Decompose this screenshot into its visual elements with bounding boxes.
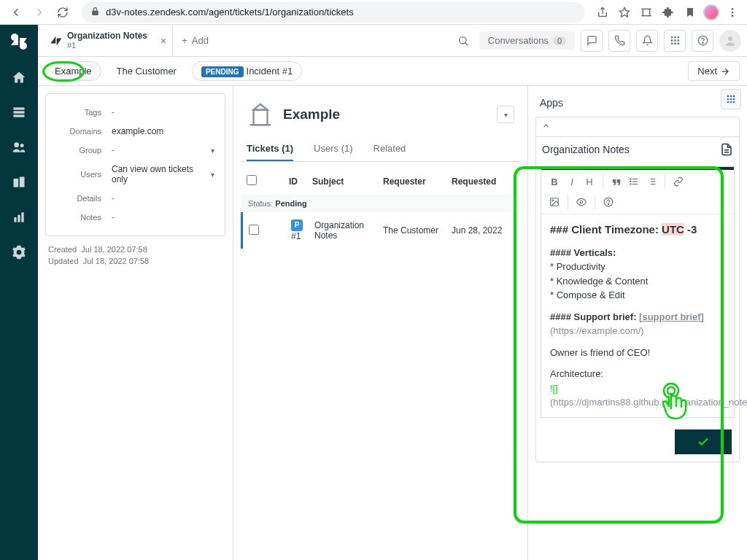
ul-button[interactable]: [627, 174, 641, 189]
svg-rect-26: [677, 36, 679, 39]
organizations-icon[interactable]: [10, 174, 28, 191]
conversations-label: Conversations: [488, 35, 549, 46]
row-id: #1: [291, 231, 301, 241]
heading-button[interactable]: H: [582, 174, 597, 189]
svg-rect-13: [14, 111, 25, 113]
collapse-button[interactable]: [536, 117, 739, 137]
row-subject: Organization Notes: [314, 220, 383, 241]
row-checkbox[interactable]: [249, 225, 259, 235]
col-requested[interactable]: Requested: [452, 176, 514, 187]
svg-rect-24: [670, 36, 673, 39]
table-header: ID Subject Requester Requested: [241, 168, 520, 195]
org-menu-button[interactable]: ▾: [497, 106, 514, 123]
group-label: Group: [56, 146, 101, 155]
details-label: Details: [56, 194, 101, 203]
help-icon[interactable]: [692, 30, 713, 52]
image-button[interactable]: [547, 195, 562, 209]
bookmark-tag-icon[interactable]: [681, 2, 699, 23]
bold-button[interactable]: B: [547, 174, 562, 189]
app-panel-title: Organization Notes: [542, 144, 630, 155]
svg-rect-66: [730, 98, 732, 100]
customers-icon[interactable]: [10, 139, 28, 156]
user-avatar[interactable]: [719, 30, 741, 52]
document-icon[interactable]: [720, 143, 733, 156]
star-icon[interactable]: [616, 2, 633, 23]
plus-icon: +: [182, 35, 187, 46]
tab-incident-label: Incident #1: [247, 66, 293, 77]
save-button[interactable]: [675, 429, 732, 454]
editor-help-button[interactable]: [601, 195, 616, 209]
extensions-icon[interactable]: [659, 2, 677, 23]
url-bar[interactable]: d3v-notes.zendesk.com/agent/tickets/1/or…: [82, 2, 585, 23]
chat-icon[interactable]: [581, 30, 603, 52]
views-icon[interactable]: [10, 104, 28, 121]
svg-rect-37: [254, 110, 268, 125]
quote-button[interactable]: [609, 174, 624, 189]
org-main-panel: Example ▾ Tickets (1) Users (1) Related …: [233, 86, 528, 560]
kebab-menu-icon[interactable]: [724, 2, 741, 23]
svg-marker-1: [619, 7, 629, 17]
apps-sidebar-toggle[interactable]: [721, 89, 741, 109]
tab-tickets[interactable]: Tickets (1): [247, 137, 293, 161]
table-row[interactable]: P#1 Organization Notes The Customer Jun …: [241, 212, 520, 249]
add-tab-button[interactable]: + Add: [172, 25, 217, 56]
editor-toolbar: B I H: [541, 167, 734, 214]
editor-content[interactable]: ### Client Timezone: UTC -3 #### Vertica…: [541, 214, 734, 417]
next-button[interactable]: Next: [688, 61, 740, 81]
next-label: Next: [697, 66, 717, 77]
search-icon[interactable]: [453, 31, 473, 51]
details-value[interactable]: -: [112, 193, 214, 203]
notes-value[interactable]: -: [112, 212, 214, 222]
browser-forward-button[interactable]: [29, 2, 50, 23]
close-icon[interactable]: ×: [160, 35, 166, 47]
conversations-count: 0: [553, 36, 566, 45]
profile-avatar[interactable]: [703, 4, 719, 20]
ol-button[interactable]: [644, 174, 659, 189]
domains-value[interactable]: example.com: [112, 126, 214, 136]
svg-point-34: [702, 42, 703, 43]
select-all-checkbox[interactable]: [247, 175, 257, 185]
svg-rect-70: [733, 101, 735, 103]
italic-button[interactable]: I: [565, 174, 579, 189]
tags-value[interactable]: -: [112, 107, 214, 117]
phone-icon[interactable]: [608, 30, 630, 52]
svg-point-10: [11, 34, 18, 41]
notifications-icon[interactable]: [636, 30, 658, 52]
group-value[interactable]: -: [112, 145, 211, 155]
svg-point-50: [630, 181, 631, 182]
chevron-down-icon[interactable]: ▾: [211, 147, 214, 155]
tab-incident[interactable]: PENDINGIncident #1: [192, 61, 302, 81]
col-subject[interactable]: Subject: [312, 176, 383, 187]
svg-point-56: [552, 200, 554, 201]
link-button[interactable]: [671, 174, 686, 189]
col-id[interactable]: ID: [271, 176, 312, 187]
zendesk-logo-icon[interactable]: [9, 32, 28, 51]
svg-point-49: [630, 179, 631, 179]
crop-icon[interactable]: [638, 2, 655, 23]
svg-point-57: [580, 201, 583, 203]
apps-grid-icon[interactable]: [664, 30, 686, 52]
browser-reload-button[interactable]: [53, 2, 73, 23]
home-icon[interactable]: [10, 69, 28, 86]
conversations-button[interactable]: Conversations 0: [479, 31, 575, 50]
svg-rect-65: [727, 98, 729, 100]
share-icon[interactable]: [594, 2, 611, 23]
users-value[interactable]: Can view own tickets only: [112, 164, 211, 184]
notes-label: Notes: [56, 213, 101, 222]
tab-related[interactable]: Related: [374, 137, 406, 161]
ticket-tab-sub: #1: [67, 41, 147, 50]
browser-back-button[interactable]: [6, 2, 26, 23]
preview-button[interactable]: [574, 195, 589, 209]
tab-example[interactable]: Example: [45, 61, 101, 81]
admin-icon[interactable]: [10, 244, 28, 261]
browser-chrome: d3v-notes.zendesk.com/agent/tickets/1/or…: [0, 0, 747, 25]
svg-rect-67: [733, 98, 735, 100]
ticket-tab[interactable]: Organization Notes #1 ×: [44, 28, 172, 52]
col-requester[interactable]: Requester: [383, 176, 452, 187]
chevron-down-icon[interactable]: ▾: [211, 171, 214, 179]
reporting-icon[interactable]: [10, 209, 28, 226]
tab-customer[interactable]: The Customer: [107, 61, 186, 81]
svg-rect-12: [14, 107, 25, 109]
tab-users[interactable]: Users (1): [314, 137, 352, 161]
updated-value: Jul 18, 2022 07:58: [83, 257, 150, 265]
